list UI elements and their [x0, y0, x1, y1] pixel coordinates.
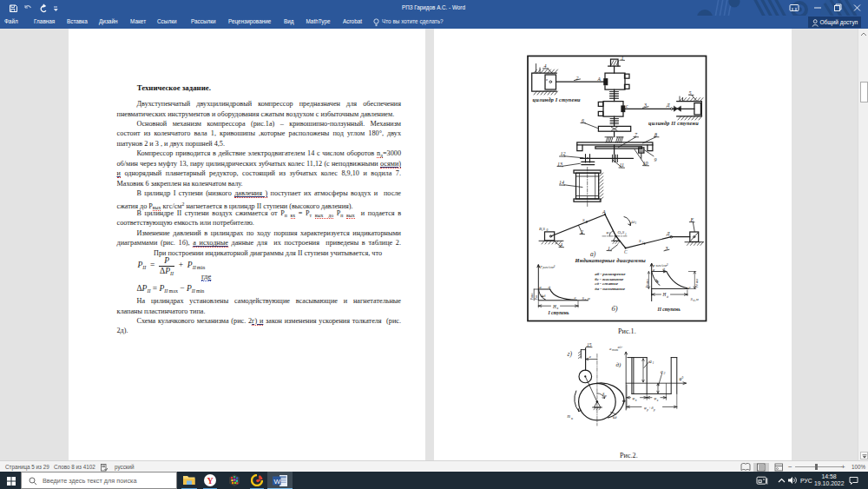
- svg-text:е: е: [589, 354, 592, 359]
- svg-text:9: 9: [654, 157, 657, 162]
- svg-text:8: 8: [654, 132, 657, 137]
- svg-text:3: 3: [643, 102, 647, 108]
- svg-text:14: 14: [559, 180, 564, 185]
- svg-text:б): б): [612, 304, 618, 313]
- svg-text:Р вх: Р вх: [535, 294, 538, 301]
- svg-text:толк: толк: [612, 348, 619, 352]
- svg-text:А: А: [602, 209, 606, 215]
- svg-text:2: 2: [581, 229, 583, 235]
- svg-text:6: 6: [582, 118, 584, 123]
- svg-text:ω: ω: [613, 413, 617, 420]
- svg-text:12: 12: [561, 151, 566, 156]
- svg-text:,м: ,м: [695, 297, 699, 302]
- svg-text:φ°: φ°: [680, 376, 684, 381]
- svg-text:2: 2: [586, 221, 588, 224]
- svg-text:б: б: [543, 294, 546, 298]
- svg-text:с: с: [626, 103, 628, 109]
- svg-text:Н: Н: [662, 292, 667, 297]
- svg-text:4: 4: [544, 63, 547, 69]
- svg-text:В,S: В,S: [539, 227, 545, 232]
- svg-text:м/с²: м/с²: [617, 346, 624, 349]
- svg-text:д): д): [616, 361, 622, 368]
- svg-text:Р п вых: Р п вых: [646, 279, 649, 289]
- svg-text:сд - сжатие: сд - сжатие: [595, 281, 618, 286]
- svg-text:Рис.2.: Рис.2.: [620, 452, 638, 459]
- svg-text:1: 1: [625, 233, 627, 236]
- svg-text:бс - всасывание: бс - всасывание: [595, 277, 624, 281]
- svg-text:0: 0: [547, 228, 549, 232]
- svg-text:I ступень: I ступень: [548, 310, 569, 315]
- svg-text:р: р: [604, 394, 607, 398]
- svg-text:аб - расширение: аб - расширение: [595, 272, 626, 276]
- svg-text:n: n: [568, 413, 571, 420]
- svg-text:к: к: [571, 416, 574, 420]
- svg-text:1: 1: [635, 221, 637, 225]
- svg-text:Р д вых: Р д вых: [695, 278, 699, 288]
- svg-text:а: а: [539, 285, 542, 289]
- svg-text:цилиндр I ступени: цилиндр I ступени: [533, 96, 582, 102]
- svg-text:Р,кгс/см²: Р,кгс/см²: [539, 265, 556, 270]
- svg-text:1: 1: [609, 232, 611, 235]
- svg-text:д: д: [667, 295, 668, 299]
- svg-text:15: 15: [587, 342, 592, 347]
- svg-text:Д: Д: [666, 231, 670, 236]
- svg-text:Д: Д: [666, 102, 670, 108]
- svg-text:Р вых: Р вых: [530, 293, 534, 301]
- svg-text:Е: Е: [690, 217, 694, 222]
- svg-text:3: 3: [642, 241, 644, 245]
- svg-text:д: д: [549, 285, 551, 289]
- svg-text:О₀S: О₀S: [618, 230, 625, 235]
- svg-text:г): г): [568, 350, 573, 358]
- svg-text:1: 1: [608, 246, 610, 251]
- svg-text:а: а: [653, 268, 655, 272]
- svg-text:с: с: [689, 285, 692, 289]
- svg-text:10: 10: [643, 161, 648, 166]
- svg-text:4: 4: [560, 242, 562, 248]
- svg-text:3: 3: [665, 246, 668, 251]
- svg-text:б: б: [657, 280, 660, 284]
- svg-text:1: 1: [621, 56, 624, 61]
- svg-text:11: 11: [620, 162, 625, 168]
- svg-text:да - нагнетание: да - нагнетание: [595, 287, 625, 291]
- svg-text:II ступень: II ступень: [657, 307, 681, 312]
- svg-text:Рис.1.: Рис.1.: [618, 327, 636, 335]
- svg-text:А: А: [597, 76, 602, 82]
- svg-text:5: 5: [689, 90, 692, 96]
- svg-text:в: в: [657, 399, 659, 402]
- svg-text:Индикаторные диаграммы: Индикаторные диаграммы: [575, 257, 647, 263]
- svg-text:с: с: [575, 295, 577, 300]
- svg-text:цилиндр II ступени: цилиндр II ступени: [648, 120, 699, 126]
- svg-text:W: W: [274, 477, 281, 485]
- svg-text:1: 1: [653, 361, 654, 365]
- svg-text:Н: Н: [552, 304, 556, 309]
- svg-text:п: п: [635, 399, 637, 402]
- svg-text:р: р: [653, 408, 655, 412]
- svg-text:2: 2: [664, 372, 666, 375]
- svg-text:С: С: [624, 249, 628, 254]
- svg-text:7: 7: [635, 132, 638, 137]
- svg-text:13: 13: [557, 162, 562, 167]
- svg-text:2: 2: [576, 76, 579, 81]
- svg-text:в: в: [546, 77, 548, 82]
